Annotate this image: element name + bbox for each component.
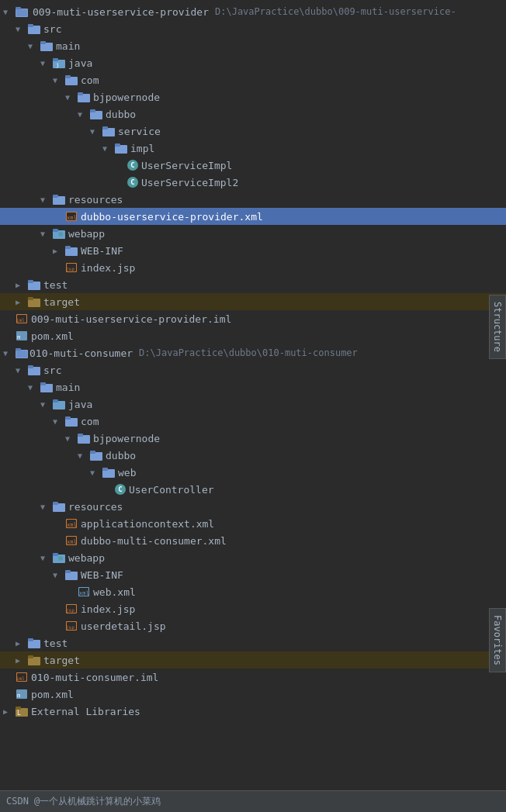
p1-service[interactable]: ▼ service [0,123,506,140]
p2-dubbo[interactable]: ▼ dubbo [0,447,506,464]
p2-usercontroller-label: UserController [129,484,214,496]
svg-text:iml: iml [16,676,25,681]
p2-pom[interactable]: ▶ m pom.xml [0,686,506,703]
p1-dubbo-xml[interactable]: ▶ xml dubbo-userservice-provider.xml [0,208,506,225]
p2-resources-folder-icon [53,500,65,513]
p2-src[interactable]: ▼ src [0,361,506,378]
webinf-folder-icon [65,244,78,257]
svg-rect-29 [65,246,71,249]
p1-src[interactable]: ▼ src [0,20,506,37]
svg-text:xml: xml [67,522,77,528]
p2-userdetail-jsp[interactable]: ▶ jsp userdetail.jsp [0,617,506,634]
p2-target[interactable]: ▶ target [0,651,506,669]
p1-target-label: target [43,296,80,308]
p2-web-folder-icon [102,466,115,479]
svg-text:m: m [17,334,20,340]
p2-webinf[interactable]: ▼ WEB-INF [0,566,506,583]
p1-index-jsp[interactable]: ▶ jsp index.jsp [0,259,506,276]
p1-bjpowernode[interactable]: ▼ bjpowernode [0,88,506,105]
p2-dubbo-folder-icon [90,449,102,461]
class-icon-2: C [127,177,138,188]
p2-webinf-label: WEB-INF [81,569,123,581]
xml-icon-1: xml [65,210,78,223]
resources-folder-icon [53,193,65,206]
svg-rect-2 [16,9,27,16]
xml-icon-3: xml [65,534,78,547]
svg-rect-13 [78,92,83,95]
p1-com[interactable]: ▼ com [0,71,506,88]
p2-index-jsp-label: index.jsp [81,603,135,615]
p2-com-folder-icon [65,415,78,427]
p2-test-label: test [43,638,68,649]
p2-webapp[interactable]: ▼ webapp [0,549,506,566]
svg-rect-46 [28,365,33,368]
p1-resources[interactable]: ▼ resources [0,191,506,208]
p1-java[interactable]: ▼ j java [0,54,506,71]
java-folder-icon: j [53,57,65,69]
svg-text:j: j [56,62,59,68]
p2-com[interactable]: ▼ com [0,413,506,430]
p1-main-label: main [56,40,80,52]
project1-name: 009-muti-userservice-provider [33,6,209,18]
p2-web-xml[interactable]: ▶ xml web.xml [0,583,506,600]
p1-bjpowernode-label: bjpowernode [93,92,160,103]
p1-test[interactable]: ▶ test [0,276,506,293]
xml-icon-4: xml [78,586,90,598]
p1-userserviceimpl2[interactable]: ▶ C UserServiceImpl2 [0,174,506,191]
p2-index-jsp[interactable]: ▶ jsp index.jsp [0,600,506,617]
svg-text:xml: xml [67,539,77,545]
p2-dubbo-consumer-xml[interactable]: ▶ xml dubbo-multi-consumer.xml [0,532,506,549]
svg-rect-84 [28,655,33,658]
usercontroller-class-icon: C [115,484,126,495]
dubbo-folder-icon [90,108,102,120]
p1-dubbo[interactable]: ▼ dubbo [0,105,506,123]
svg-rect-6 [40,41,46,44]
svg-text:jsp: jsp [66,266,75,272]
p2-iml-label: 010-muti-consumer.iml [31,672,158,683]
p2-java[interactable]: ▼ java [0,396,506,413]
class-icon-1: C [127,160,138,171]
p1-webinf-label: WEB-INF [81,245,123,257]
structure-tab[interactable]: Structure [489,295,506,359]
project2-name: 010-muti-consumer [29,347,133,359]
svg-point-27 [58,232,63,237]
p1-pom[interactable]: ▶ m pom.xml [0,327,506,344]
svg-rect-58 [102,468,108,471]
p2-iml[interactable]: ▶ iml 010-muti-consumer.iml [0,669,506,686]
p2-main[interactable]: ▼ main [0,378,506,396]
xml-icon-2: xml [65,517,78,530]
p1-target[interactable]: ▶ target [0,293,506,310]
test-folder-icon [28,278,40,291]
svg-rect-26 [53,229,58,232]
p2-dubbo-consumer-xml-label: dubbo-multi-consumer.xml [81,535,227,547]
p1-webapp[interactable]: ▼ webapp [0,225,506,242]
p1-userserviceimpl[interactable]: ▶ C UserServiceImpl [0,157,506,174]
project1-root[interactable]: ▼ 009-muti-userservice-provider D:\JavaP… [0,3,506,20]
p1-webinf[interactable]: ▶ WEB-INF [0,242,506,259]
p2-usercontroller[interactable]: ▶ C UserController [0,481,506,498]
p1-iml[interactable]: ▶ iml 009-muti-userservice-provider.iml [0,310,506,327]
impl-folder-icon [115,142,127,154]
service-folder-icon [102,125,115,137]
p2-bjpowernode[interactable]: ▼ bjpowernode [0,430,506,447]
p2-src-label: src [43,365,61,376]
src-folder-icon [28,22,40,35]
p2-test[interactable]: ▶ test [0,634,506,651]
svg-text:xml: xml [67,215,77,221]
p1-java-label: java [68,57,92,69]
p1-resources-label: resources [68,194,123,206]
p1-main[interactable]: ▼ main [0,37,506,54]
p2-web[interactable]: ▼ web [0,464,506,481]
p2-appcontext-xml[interactable]: ▶ xml applicationcontext.xml [0,515,506,532]
p1-pom-label: pom.xml [31,330,74,342]
p2-webinf-folder-icon [65,568,78,581]
external-libraries[interactable]: ▶ L External Libraries [0,703,506,720]
project2-root[interactable]: ▼ 010-muti-consumer D:\JavaPractice\dubb… [0,344,506,361]
pom-icon-2: m [16,688,28,700]
svg-rect-34 [28,280,33,283]
p1-impl[interactable]: ▼ impl [0,140,506,157]
p2-src-folder-icon [28,364,40,376]
favorites-tab[interactable]: Favorites [489,608,506,672]
p2-resources[interactable]: ▼ resources [0,498,506,515]
svg-rect-68 [53,553,58,556]
